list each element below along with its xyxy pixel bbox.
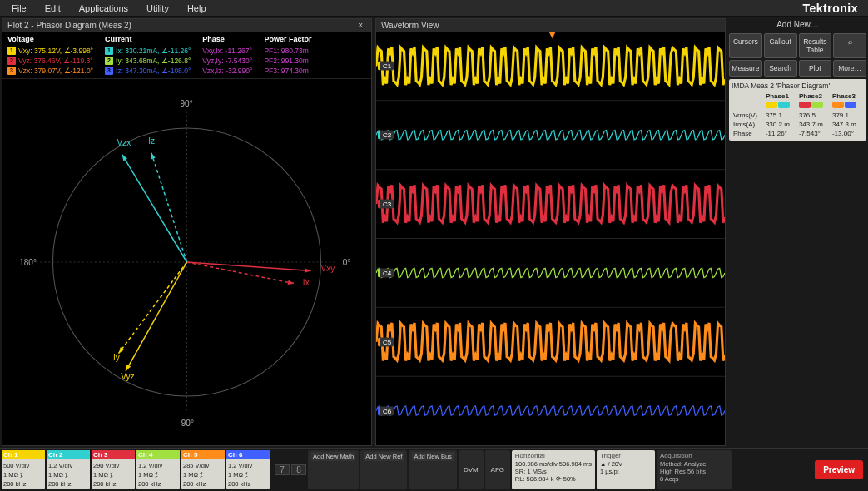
channel-badge-c3[interactable]: C3 [378, 200, 394, 209]
channel-tile-c4[interactable]: Ch 41.2 V/div1 MΩ ⁒200 kHz [136, 450, 180, 489]
channel-tile-c6[interactable]: Ch 61.2 V/div1 MΩ ⁒200 kHz [226, 450, 270, 489]
side-btn--[interactable]: ⌕ [833, 33, 866, 58]
phasor-readouts: Voltage 1Vxy: 375.12V, ∠-3.998° 2Vyz: 37… [2, 32, 371, 79]
col-voltage-header: Voltage [7, 35, 93, 43]
side-btn-results-table[interactable]: Results Table [799, 33, 832, 58]
svg-line-10 [126, 262, 186, 371]
readout-voltage: Voltage 1Vxy: 375.12V, ∠-3.998° 2Vyz: 37… [7, 35, 93, 75]
col-phase-header: Phase [202, 35, 252, 43]
side-btn-measure[interactable]: Measure [729, 60, 762, 77]
channel-badge-c1[interactable]: C1 [378, 62, 394, 71]
add-bus-tile[interactable]: Add New Bus [409, 450, 456, 489]
current-row-1: Iy: 343.68mA, ∠-126.8° [116, 57, 191, 65]
svg-text:180°: 180° [19, 258, 37, 267]
svg-text:Iy: Iy [113, 353, 120, 362]
add-new-label: Add New… [729, 18, 866, 31]
phasor-panel: Plot 2 - Phasor Diagram (Meas 2) × Volta… [2, 18, 372, 446]
waveform-panel: Waveform View C1C2C3C [375, 18, 726, 446]
channel-tile-c2[interactable]: Ch 21.2 V/div1 MΩ ⁒200 kHz [47, 450, 90, 489]
preview-button[interactable]: Preview [815, 460, 863, 479]
phase-row-0: Vxy,Ix: -11.267° [202, 47, 251, 55]
phasor-title-bar[interactable]: Plot 2 - Phasor Diagram (Meas 2) × [2, 19, 371, 32]
acquisition-tile[interactable]: Acquisition Method: Analyze High Res 56 … [657, 450, 732, 489]
svg-marker-11 [126, 365, 131, 371]
dvm-tile[interactable]: DVM [459, 450, 484, 489]
pf-row-0: PF1: 980.73m [264, 47, 308, 55]
current-row-0: Ix: 330.21mA, ∠-11.26° [116, 47, 191, 55]
side-btn-plot[interactable]: Plot [799, 60, 832, 77]
horizontal-tile[interactable]: Horizontal 100.986 ms/div 506.984 ms SR:… [512, 450, 595, 489]
right-panel: Add New… CursorsCalloutResults Table⌕Mea… [729, 18, 866, 446]
pf-row-2: PF3: 974.30m [264, 67, 308, 75]
svg-line-19 [118, 262, 186, 354]
svg-text:0°: 0° [343, 258, 351, 267]
channel-badge-c4[interactable]: C4 [378, 268, 394, 277]
main-area: Plot 2 - Phasor Diagram (Meas 2) × Volta… [0, 17, 868, 448]
menu-file[interactable]: File [3, 1, 35, 16]
add-math-tile[interactable]: Add New Math [308, 450, 359, 489]
phase-row-2: Vzx,Iz: -32.990° [202, 67, 252, 75]
readout-phase: Phase Vxy,Ix: -11.267° Vyz,Iy: -7.5430° … [202, 35, 252, 75]
menu-utility[interactable]: Utility [138, 1, 177, 16]
menubar: File Edit Applications Utility Help Tekt… [0, 0, 868, 17]
pf-row-1: PF2: 991.30m [264, 57, 308, 65]
side-btn-more-[interactable]: More… [833, 60, 866, 77]
results-table: Phase1Phase2Phase3 Vrms(V)375.1376.5379.… [732, 92, 864, 138]
readout-current: Current 1Ix: 330.21mA, ∠-11.26° 2Iy: 343… [105, 35, 191, 75]
side-btn-callout[interactable]: Callout [764, 33, 797, 58]
results-table-box[interactable]: IMDA Meas 2 'Phasor Diagram' Phase1Phase… [729, 79, 866, 141]
voltage-row-2: Vzx: 379.07V, ∠-121.0° [18, 67, 93, 75]
col-current-header: Current [105, 35, 191, 43]
waveform-plot[interactable]: C1C2C3C4C5C6 [376, 32, 725, 445]
svg-text:Iz: Iz [148, 136, 155, 146]
menu-applications[interactable]: Applications [71, 1, 136, 16]
afg-tile[interactable]: AFG [485, 450, 510, 489]
channel-tile-c5[interactable]: Ch 5285 V/div1 MΩ ⁒200 kHz [181, 450, 225, 489]
svg-text:90°: 90° [180, 99, 192, 108]
results-title: IMDA Meas 2 'Phasor Diagram' [732, 82, 864, 90]
add-ref-tile[interactable]: Add New Ref [360, 450, 407, 489]
svg-line-22 [151, 152, 187, 262]
col-pf-header: Power Factor [264, 35, 311, 43]
slot-7[interactable]: 7 [275, 464, 290, 475]
phasor-svg: 0° 180° 90° -90° VxyVyzVzxIxIyIz [2, 79, 371, 445]
slot-8[interactable]: 8 [291, 464, 306, 475]
side-button-grid: CursorsCalloutResults Table⌕MeasureSearc… [729, 33, 866, 77]
svg-text:Vxy: Vxy [321, 264, 335, 273]
svg-marker-14 [122, 155, 127, 161]
channel-badge-c6[interactable]: C6 [378, 406, 394, 415]
channel-tile-c1[interactable]: Ch 1500 V/div1 MΩ ⁒200 kHz [2, 450, 45, 489]
channel-tile-c3[interactable]: Ch 3290 V/div1 MΩ ⁒200 kHz [92, 450, 135, 489]
brand-logo: Tektronix [803, 2, 865, 15]
close-icon[interactable]: × [355, 21, 366, 30]
waveform-svg [376, 32, 725, 445]
phasor-title: Plot 2 - Phasor Diagram (Meas 2) [7, 21, 131, 30]
waveform-title-bar[interactable]: Waveform View [376, 19, 725, 32]
channel-badge-c2[interactable]: C2 [378, 131, 394, 140]
menu-edit[interactable]: Edit [37, 1, 69, 16]
trigger-tile[interactable]: Trigger ▲ / 20V 1 µs/pt [597, 450, 655, 489]
side-btn-search[interactable]: Search [764, 60, 797, 77]
svg-line-13 [122, 155, 187, 262]
side-btn-cursors[interactable]: Cursors [729, 33, 762, 58]
readout-pf: Power Factor PF1: 980.73m PF2: 991.30m P… [264, 35, 311, 75]
svg-text:Vzx: Vzx [117, 138, 131, 147]
svg-text:Ix: Ix [303, 278, 310, 287]
bottom-bar: Ch 1500 V/div1 MΩ ⁒200 kHzCh 21.2 V/div1… [0, 448, 868, 491]
menu-help[interactable]: Help [179, 1, 215, 16]
channel-badge-c5[interactable]: C5 [378, 337, 394, 346]
phasor-plot[interactable]: 0° 180° 90° -90° VxyVyzVzxIxIyIz [2, 79, 371, 445]
current-row-2: Iz: 347.30mA, ∠-108.0° [116, 67, 191, 75]
svg-text:Vyz: Vyz [121, 372, 134, 381]
voltage-row-0: Vxy: 375.12V, ∠-3.998° [18, 47, 93, 55]
voltage-row-1: Vyz: 376.46V, ∠-119.3° [18, 57, 93, 65]
waveform-title: Waveform View [381, 21, 439, 30]
phase-row-1: Vyz,Iy: -7.5430° [202, 57, 252, 65]
svg-text:-90°: -90° [178, 419, 194, 428]
svg-marker-23 [151, 152, 155, 159]
